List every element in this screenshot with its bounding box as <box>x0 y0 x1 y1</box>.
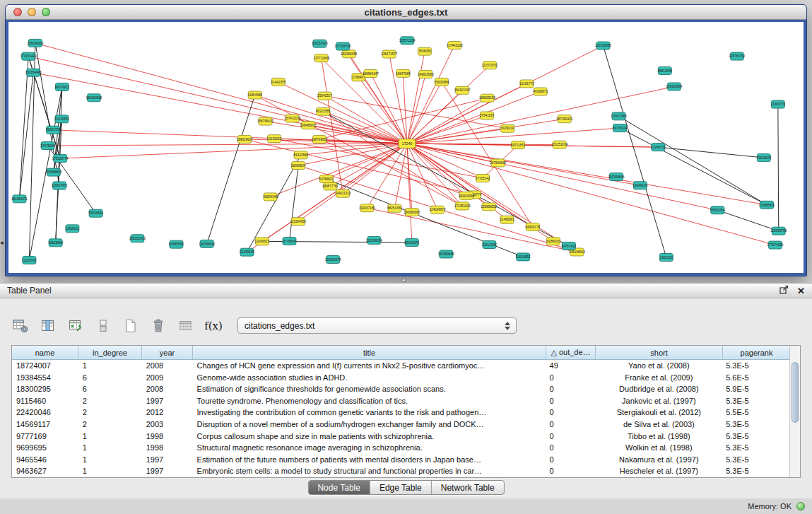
table-tabs: Node TableEdge TableNetwork Table <box>307 480 504 495</box>
table-cell: de Silva et al. (2003) <box>595 419 722 431</box>
column-header-title[interactable]: title <box>193 346 546 359</box>
svg-text:69776624: 69776624 <box>613 127 628 130</box>
table-cell: 2 <box>78 407 142 419</box>
svg-text:192037180: 192037180 <box>359 206 375 210</box>
network-canvas[interactable]: 6971165110796963557725142549187741723510… <box>8 22 804 273</box>
table-row[interactable]: 1872400712008Changes of HCN gene express… <box>12 360 789 372</box>
window-title: citations_edges.txt <box>365 7 448 18</box>
column-header-out_de[interactable]: △ out_de… <box>546 346 596 359</box>
table-cell: 5.3E-5 <box>722 419 789 431</box>
minimize-window-button[interactable] <box>28 8 36 16</box>
column-header-pagerank[interactable]: pagerank <box>723 346 791 359</box>
table-cell: 5.3E-5 <box>722 431 789 443</box>
delete-icon[interactable] <box>149 317 167 335</box>
scrollbar-thumb[interactable] <box>792 362 799 423</box>
new-file-icon[interactable] <box>122 317 140 335</box>
svg-text:21216351: 21216351 <box>54 117 69 121</box>
table-cell: Disruption of a novel member of a sodium… <box>193 419 546 431</box>
table-cell: 1 <box>78 442 142 454</box>
svg-text:27541167: 27541167 <box>480 114 494 117</box>
table-row[interactable]: 946362711997Embryonic stem cells: a mode… <box>12 465 789 477</box>
svg-text:12191775: 12191775 <box>519 82 534 86</box>
function-builder-icon[interactable]: f(x) <box>204 317 223 335</box>
svg-text:15647589: 15647589 <box>396 72 411 76</box>
svg-text:144011313: 144011313 <box>335 192 351 195</box>
table-row[interactable]: 2242004622012Investigating the contribut… <box>12 407 789 419</box>
svg-text:55951254: 55951254 <box>710 209 725 212</box>
svg-text:181891671: 181891671 <box>11 197 28 201</box>
network-canvas-frame: 6971165110796963557725142549187741723510… <box>8 22 804 273</box>
svg-text:57725142: 57725142 <box>476 177 490 180</box>
svg-text:157472159: 157472159 <box>284 117 300 120</box>
svg-text:182626060: 182626060 <box>458 194 474 198</box>
table-cell: 1 <box>78 454 142 466</box>
table-add-column-icon[interactable] <box>66 317 85 335</box>
table-row[interactable]: 977716911998Corpus callosum shape and si… <box>12 431 789 443</box>
table-cell: Wolkin et al. (1998) <box>595 442 722 454</box>
collapse-arrow-icon[interactable]: ◂ <box>0 240 4 246</box>
table-cell: 1997 <box>142 465 193 477</box>
table-cell: 0 <box>546 442 595 454</box>
svg-text:14904488: 14904488 <box>247 93 262 97</box>
combo-arrows-icon <box>505 322 512 330</box>
table-cell: Investigating the contribution of common… <box>193 407 546 419</box>
svg-text:182269846: 182269846 <box>608 175 625 179</box>
table-cell: 5.5E-5 <box>722 407 789 419</box>
table-cell: Changes of HCN gene expression and I(f) … <box>193 360 546 372</box>
table-row[interactable]: 969969511998Structural magnetic resonanc… <box>12 442 789 454</box>
svg-text:16068924: 16068924 <box>291 164 306 168</box>
svg-text:146108613: 146108613 <box>569 250 585 254</box>
table-columns-icon[interactable] <box>39 317 57 335</box>
column-header-in_degree[interactable]: in_degree <box>78 346 142 359</box>
window-controls <box>13 8 50 16</box>
svg-text:156796432: 156796432 <box>257 119 273 123</box>
table-cell: 0 <box>546 372 595 384</box>
table-cell: 9699695 <box>12 442 78 454</box>
svg-text:108488817: 108488817 <box>300 124 317 127</box>
table-cell: 2003 <box>142 419 193 431</box>
tab-node-table[interactable]: Node Table <box>308 481 370 494</box>
table-cell: Yano et al. (2008) <box>595 360 722 372</box>
table-cell: 1997 <box>142 395 193 407</box>
zoom-window-button[interactable] <box>42 8 50 16</box>
vertical-scrollbar[interactable] <box>789 346 800 477</box>
column-header-year[interactable]: year <box>142 346 193 359</box>
table-row[interactable]: 1456911722003Disruption of a novel membe… <box>12 419 789 431</box>
window-titlebar[interactable]: citations_edges.txt <box>6 5 806 20</box>
panel-resize-handle[interactable] <box>401 279 406 282</box>
table-row[interactable]: 1830029562008Estimation of significance … <box>12 383 789 395</box>
close-window-button[interactable] <box>13 8 22 16</box>
table-row[interactable]: 911546021997Tourette syndrome. Phenomeno… <box>12 395 789 407</box>
table-cell: 5.9E-5 <box>722 383 789 395</box>
table-cell: 18724007 <box>12 360 78 372</box>
import-table-icon[interactable] <box>177 317 195 335</box>
float-panel-icon[interactable] <box>779 284 789 297</box>
merge-rows-icon[interactable] <box>94 317 112 335</box>
table-row[interactable]: 946554611997Estimation of the future num… <box>12 454 789 466</box>
svg-text:189825159: 189825159 <box>479 96 495 100</box>
table-cell: 5.3E-5 <box>722 360 789 372</box>
svg-text:49189871: 49189871 <box>534 90 548 93</box>
column-header-name[interactable]: name <box>12 346 78 359</box>
table-selector-dropdown[interactable]: citations_edges.txt <box>237 317 517 334</box>
column-header-short[interactable]: short <box>596 346 723 359</box>
table-cell: Tibbo et al. (1998) <box>595 431 722 443</box>
table-cell: 0 <box>546 419 595 431</box>
table-cell: Tourette syndrome. Phenomenology and cla… <box>193 395 546 407</box>
svg-text:6286633: 6286633 <box>547 240 560 243</box>
table-cell: 2 <box>78 419 142 431</box>
tab-edge-table[interactable]: Edge Table <box>370 481 432 494</box>
table-cell: Embryonic stem cells: a model to study s… <box>193 465 546 477</box>
table-settings-icon[interactable] <box>11 317 30 335</box>
table-body: 1872400712008Changes of HCN gene express… <box>12 360 789 477</box>
svg-text:6029019: 6029019 <box>501 127 514 130</box>
table-row[interactable]: 1938455462009Genome-wide association stu… <box>12 372 789 384</box>
tab-network-table[interactable]: Network Table <box>432 481 504 494</box>
svg-text:182360358: 182360358 <box>341 52 357 56</box>
svg-text:115617666: 115617666 <box>611 115 627 118</box>
close-panel-icon[interactable]: ✕ <box>797 286 805 296</box>
table-toolbar: f(x) citations_edges.txt <box>0 298 812 341</box>
svg-text:93528964: 93528964 <box>48 241 63 245</box>
svg-text:51534694: 51534694 <box>88 211 103 215</box>
table-cell: Estimation of the future numbers of pati… <box>193 454 546 466</box>
